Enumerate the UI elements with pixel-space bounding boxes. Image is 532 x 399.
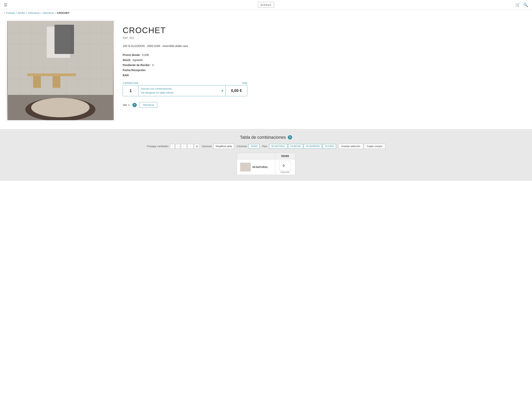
quantity-value: 1: [129, 88, 132, 93]
qty-input-cell[interactable]: Disponible: [275, 159, 295, 175]
total-price-box: 0,00 €: [226, 85, 247, 96]
pendiente-label: Pendiente de Recibir:: [123, 64, 151, 67]
down-arrow-btn[interactable]: ↓: [176, 144, 180, 149]
detail-pendiente: Pendiente de Recibir: 0: [123, 64, 247, 67]
combo-text: Artículo con combinaciones. Ver desglose…: [141, 87, 174, 95]
hamburger-icon[interactable]: ☰: [4, 3, 7, 7]
fecha-label: Fecha Recepción:: [123, 69, 146, 72]
ver-help-icon[interactable]: ?: [133, 103, 137, 107]
bottom-section: Tabla de combinaciones ? Propagar cantid…: [0, 129, 532, 181]
toolbar: Propagar cantidades ↑ ↓ ← → ⊞ Opciones S…: [4, 144, 528, 149]
header-icons: 🛒 🔍: [515, 3, 528, 7]
opciones-group: Opciones Simplificar tabla: [202, 144, 234, 149]
grid-btn[interactable]: ⊞: [194, 144, 200, 149]
detail-fecha: Fecha Recepción:: [123, 69, 247, 72]
filas-label: Filas:: [262, 145, 267, 148]
product-image-container: [6, 20, 115, 121]
qty-label: Cantidad total: [123, 81, 138, 84]
columnas-value-btn[interactable]: 50X80: [248, 144, 260, 149]
columnas-group: Columnas 50X80: [236, 144, 260, 149]
product-details: Precio desde: 0,00€ Stock: Agotado Pendi…: [123, 53, 247, 77]
combo-dropdown-icon[interactable]: ▾: [222, 89, 223, 93]
table-area: 50X80 00-NATURAL Disponible: [4, 153, 528, 175]
opciones-label: Opciones: [202, 145, 212, 148]
ver-section: Ver +: ? Alfombras: [123, 102, 247, 108]
row-color-thumb: 00-NATURAL: [240, 163, 272, 171]
ver-label: Ver +:: [123, 103, 130, 107]
combo-table: 50X80 00-NATURAL Disponible: [237, 153, 295, 175]
fila-beige-btn[interactable]: 04-BEIGE: [288, 144, 303, 149]
precio-value: 0,00€: [142, 53, 149, 57]
breadcrumb-alfombras1[interactable]: Alfombras: [28, 12, 40, 14]
combo-selector[interactable]: Artículo con combinaciones. Ver desglose…: [139, 85, 226, 96]
fila-marron-btn[interactable]: 05-MARRON: [304, 144, 322, 149]
svg-rect-15: [55, 25, 74, 54]
bottom-title-row: Tabla de combinaciones ?: [4, 135, 528, 140]
qty-total-labels: Cantidad total Total: [123, 81, 247, 84]
alfombras-tag-button[interactable]: Alfombras: [139, 102, 158, 108]
propagar-label: Propagar cantidades: [147, 145, 168, 148]
quantity-box: 1: [123, 85, 139, 96]
copiar-btn[interactable]: Copiar compra: [364, 144, 385, 149]
fila-gris-btn[interactable]: 15-GRIS: [323, 144, 336, 149]
combo-line1: Artículo con combinaciones.: [141, 87, 174, 91]
svg-rect-16: [27, 73, 76, 76]
table-row: 00-NATURAL Disponible: [237, 159, 295, 175]
detail-precio: Precio desde: 0,00€: [123, 53, 247, 57]
breadcrumb: ↑ Portada > BAÑO > Alfombras > Alfombras…: [0, 10, 532, 16]
product-title: CROCHET: [123, 26, 247, 35]
color-name: 00-NATURAL: [252, 166, 268, 168]
logo: atenas: [258, 2, 274, 8]
availability-label: Disponible: [278, 171, 292, 173]
table-size-header: 50X80: [275, 153, 295, 159]
fila-natural-btn[interactable]: 00-NATURAL: [269, 144, 287, 149]
total-label: Total: [242, 81, 247, 84]
total-price-value: 0,00 €: [231, 89, 242, 93]
color-swatch: [240, 163, 251, 171]
bottom-title: Tabla de combinaciones: [240, 135, 286, 140]
left-arrow-btn[interactable]: ←: [181, 144, 187, 149]
stock-label: Stock:: [123, 58, 131, 62]
propagar-group: Propagar cantidades ↑ ↓ ← → ⊞: [147, 144, 200, 149]
product-info: CROCHET Ref. 401 100 % ALGODON - 2000 GS…: [123, 20, 247, 121]
product-description: 100 % ALGODON - 2000 GSM - reversible do…: [123, 45, 247, 48]
breadcrumb-bano[interactable]: BAÑO: [18, 12, 25, 14]
columnas-label: Columnas: [236, 145, 247, 148]
bottom-help-icon[interactable]: ?: [288, 135, 292, 140]
qty-input-field[interactable]: [279, 161, 291, 171]
svg-rect-17: [33, 76, 41, 88]
cart-icon[interactable]: 🛒: [515, 3, 520, 7]
filas-group: Filas: 00-NATURAL 04-BEIGE 05-MARRON 15-…: [262, 144, 336, 149]
ean-label: EAN:: [123, 74, 129, 77]
detail-ean: EAN:: [123, 74, 247, 77]
detail-stock: Stock: Agotado: [123, 58, 247, 62]
search-icon[interactable]: 🔍: [523, 3, 528, 7]
svg-rect-18: [53, 76, 60, 88]
combo-line2: Ver desglose en tabla inferior.: [141, 91, 174, 95]
breadcrumb-alfombras2[interactable]: Alfombras: [43, 12, 54, 14]
product-ref: Ref. 401: [123, 36, 247, 40]
precio-label: Precio desde:: [123, 53, 141, 57]
product-area: CROCHET Ref. 401 100 % ALGODON - 2000 GS…: [0, 16, 253, 129]
pendiente-value: 0: [152, 64, 154, 67]
product-image: [7, 21, 114, 120]
stock-value: Agotado: [133, 58, 143, 62]
simplificar-btn[interactable]: Simplificar tabla: [213, 144, 234, 149]
table-empty-header: [237, 153, 275, 159]
breadcrumb-current: CROCHET: [57, 12, 70, 14]
breadcrumb-portada[interactable]: Portada: [6, 12, 15, 14]
qty-total-section: Cantidad total Total 1 Artículo con comb…: [123, 81, 247, 96]
actions-group: Guardar selección Copiar compra: [338, 144, 385, 149]
color-label-cell: 00-NATURAL: [237, 159, 275, 175]
qty-total-row: 1 Artículo con combinaciones. Ver desglo…: [123, 85, 247, 96]
header: ☰ atenas 🛒 🔍: [0, 0, 532, 10]
breadcrumb-up[interactable]: ↑: [4, 11, 5, 14]
up-arrow-btn[interactable]: ↑: [170, 144, 175, 149]
right-arrow-btn[interactable]: →: [188, 144, 193, 149]
guardar-btn[interactable]: Guardar selección: [338, 144, 363, 149]
